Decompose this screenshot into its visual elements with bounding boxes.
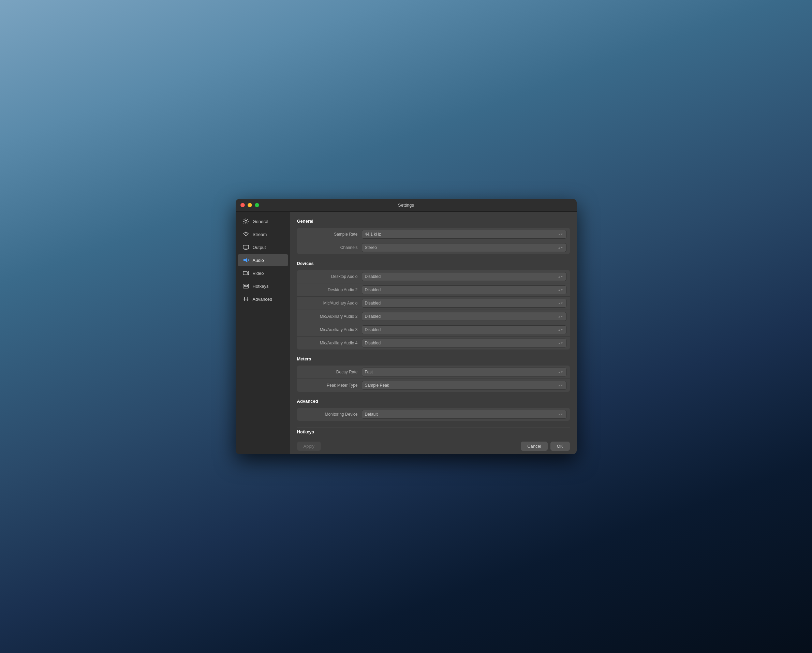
section-meters-title: Meters: [297, 356, 570, 362]
select-mic-aux-4[interactable]: Disabled ▲▼: [362, 339, 566, 348]
spinner-channels: ▲▼: [558, 246, 563, 249]
hotkeys-partial-title: Hotkeys: [297, 427, 570, 435]
sidebar-item-output[interactable]: Output: [238, 241, 288, 253]
sidebar-item-advanced[interactable]: Advanced: [238, 293, 288, 305]
form-row-mic-aux-2: Mic/Auxiliary Audio 2 Disabled ▲▼: [297, 310, 570, 323]
label-desktop-audio-2: Desktop Audio 2: [301, 287, 362, 292]
spinner-desktop-audio: ▲▼: [558, 275, 563, 278]
section-advanced-box: Monitoring Device Default ▲▼: [297, 408, 570, 421]
select-desktop-audio-2-value: Disabled: [365, 287, 381, 292]
section-general-title: General: [297, 218, 570, 224]
sidebar: General Stream: [236, 212, 290, 454]
select-sample-rate[interactable]: 44.1 kHz ▲▼: [362, 230, 566, 239]
form-row-mic-aux-3: Mic/Auxiliary Audio 3 Disabled ▲▼: [297, 323, 570, 337]
spinner-desktop-audio-2: ▲▼: [558, 288, 563, 291]
spinner-decay-rate: ▲▼: [558, 371, 563, 374]
section-advanced-title: Advanced: [297, 399, 570, 404]
label-desktop-audio: Desktop Audio: [301, 274, 362, 279]
svg-rect-11: [247, 285, 248, 286]
label-sample-rate: Sample Rate: [301, 232, 362, 236]
main-content: General Sample Rate 44.1 kHz ▲▼ Channels: [290, 212, 577, 454]
sidebar-hotkeys-label: Hotkeys: [253, 284, 269, 289]
select-mic-aux-3[interactable]: Disabled ▲▼: [362, 325, 566, 334]
audio-icon: [243, 257, 249, 264]
svg-point-18: [244, 298, 245, 299]
label-mic-aux-3: Mic/Auxiliary Audio 3: [301, 327, 362, 332]
close-button[interactable]: [240, 203, 245, 207]
spinner-monitoring: ▲▼: [558, 413, 563, 416]
section-general-box: Sample Rate 44.1 kHz ▲▼ Channels Stereo …: [297, 228, 570, 254]
select-desktop-audio[interactable]: Disabled ▲▼: [362, 272, 566, 281]
sidebar-item-stream[interactable]: Stream: [238, 228, 288, 240]
spinner-mic-aux-3: ▲▼: [558, 328, 563, 331]
svg-rect-9: [244, 285, 245, 286]
sidebar-stream-label: Stream: [253, 232, 267, 237]
label-monitoring: Monitoring Device: [301, 412, 362, 417]
sidebar-item-hotkeys[interactable]: Hotkeys: [238, 280, 288, 292]
stream-icon: [243, 231, 249, 238]
select-channels-value: Stereo: [365, 245, 377, 250]
select-desktop-audio-value: Disabled: [365, 274, 381, 279]
footer: Apply Cancel OK: [290, 438, 577, 454]
section-devices: Devices Desktop Audio Disabled ▲▼ Deskto…: [297, 261, 570, 349]
maximize-button[interactable]: [255, 203, 259, 207]
label-mic-aux: Mic/Auxiliary Audio: [301, 301, 362, 305]
sidebar-item-general[interactable]: General: [238, 215, 288, 227]
select-peak-meter-value: Sample Peak: [365, 383, 389, 388]
section-general: General Sample Rate 44.1 kHz ▲▼ Channels: [297, 218, 570, 254]
select-mic-aux-3-value: Disabled: [365, 327, 381, 332]
form-row-channels: Channels Stereo ▲▼: [297, 241, 570, 254]
select-decay-rate[interactable]: Fast ▲▼: [362, 368, 566, 377]
sidebar-item-video[interactable]: Video: [238, 267, 288, 279]
select-mic-aux-2-value: Disabled: [365, 314, 381, 319]
form-row-decay-rate: Decay Rate Fast ▲▼: [297, 366, 570, 379]
section-devices-box: Desktop Audio Disabled ▲▼ Desktop Audio …: [297, 270, 570, 349]
form-row-mic-aux-4: Mic/Auxiliary Audio 4 Disabled ▲▼: [297, 337, 570, 349]
select-mic-aux-value: Disabled: [365, 301, 381, 305]
minimize-button[interactable]: [247, 203, 252, 207]
select-channels[interactable]: Stereo ▲▼: [362, 243, 566, 252]
sidebar-video-label: Video: [253, 271, 264, 276]
cancel-button[interactable]: Cancel: [521, 442, 547, 451]
svg-marker-6: [244, 258, 247, 262]
form-row-mic-aux: Mic/Auxiliary Audio Disabled ▲▼: [297, 297, 570, 310]
section-advanced: Advanced Monitoring Device Default ▲▼: [297, 399, 570, 421]
ok-button[interactable]: OK: [550, 442, 570, 451]
label-mic-aux-4: Mic/Auxiliary Audio 4: [301, 341, 362, 345]
select-mic-aux[interactable]: Disabled ▲▼: [362, 299, 566, 308]
form-row-desktop-audio: Desktop Audio Disabled ▲▼: [297, 270, 570, 283]
apply-button[interactable]: Apply: [297, 442, 321, 451]
spinner-mic-aux: ▲▼: [558, 302, 563, 305]
select-decay-rate-value: Fast: [365, 370, 373, 374]
spinner-mic-aux-2: ▲▼: [558, 315, 563, 318]
select-peak-meter[interactable]: Sample Peak ▲▼: [362, 381, 566, 390]
label-mic-aux-2: Mic/Auxiliary Audio 2: [301, 314, 362, 319]
spinner-peak-meter: ▲▼: [558, 384, 563, 387]
svg-point-0: [245, 220, 247, 222]
select-mic-aux-2[interactable]: Disabled ▲▼: [362, 312, 566, 321]
svg-rect-10: [245, 285, 246, 286]
svg-rect-14: [247, 287, 248, 287]
content-scroll[interactable]: General Sample Rate 44.1 kHz ▲▼ Channels: [290, 212, 577, 438]
select-desktop-audio-2[interactable]: Disabled ▲▼: [362, 285, 566, 294]
sidebar-general-label: General: [253, 219, 269, 224]
svg-rect-7: [243, 272, 247, 275]
sidebar-item-audio[interactable]: Audio: [238, 254, 288, 266]
svg-rect-13: [244, 287, 247, 287]
select-monitoring-value: Default: [365, 412, 378, 417]
svg-point-19: [247, 300, 247, 301]
select-sample-rate-value: 44.1 kHz: [365, 232, 381, 236]
form-row-monitoring: Monitoring Device Default ▲▼: [297, 408, 570, 421]
form-row-peak-meter: Peak Meter Type Sample Peak ▲▼: [297, 379, 570, 392]
gear-icon: [243, 218, 249, 225]
advanced-icon: [243, 296, 249, 302]
select-mic-aux-4-value: Disabled: [365, 341, 381, 345]
titlebar: Settings: [236, 199, 577, 212]
sidebar-output-label: Output: [253, 245, 266, 250]
sidebar-audio-label: Audio: [253, 258, 264, 263]
footer-left: Apply: [297, 442, 321, 451]
settings-window: Settings General: [236, 199, 577, 454]
video-icon: [243, 270, 249, 276]
select-monitoring[interactable]: Default ▲▼: [362, 410, 566, 419]
svg-point-1: [245, 235, 247, 236]
